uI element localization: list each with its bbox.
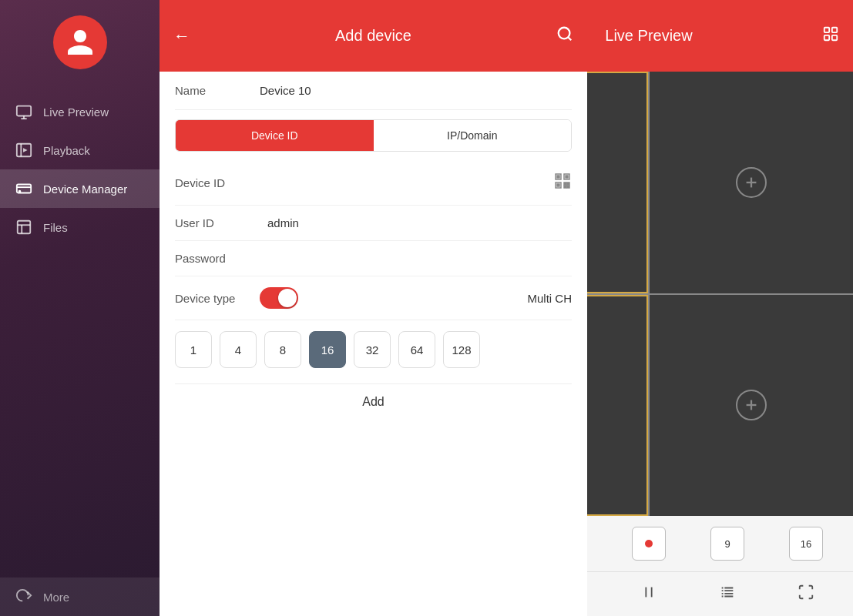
layout-btn-9[interactable]: 9 xyxy=(710,527,744,561)
sidebar-item-live-preview[interactable]: Live Preview xyxy=(0,92,160,131)
svg-marker-5 xyxy=(23,148,28,152)
svg-rect-21 xyxy=(557,176,559,178)
pause-button[interactable] xyxy=(635,578,663,606)
sidebar-item-more[interactable]: More xyxy=(0,578,160,616)
user-id-row: User ID xyxy=(175,206,572,241)
password-label: Password xyxy=(175,252,260,265)
svg-rect-27 xyxy=(564,186,566,188)
svg-rect-9 xyxy=(18,221,31,234)
add-device-panel: ← Add device Name Device 10 Device ID IP… xyxy=(160,0,587,616)
sidebar-label-device-manager: Device Manager xyxy=(43,182,127,196)
device-id-input[interactable] xyxy=(267,176,546,189)
svg-rect-26 xyxy=(567,182,569,185)
name-value: Device 10 xyxy=(260,84,311,97)
sidebar-item-device-manager[interactable]: Device Manager xyxy=(0,169,160,208)
lp-cell-2[interactable] xyxy=(650,72,853,293)
device-type-row: Device type Multi CH xyxy=(175,276,572,320)
svg-rect-35 xyxy=(824,35,829,39)
sidebar-item-playback[interactable]: Playback xyxy=(0,131,160,169)
lp-grid-icon[interactable] xyxy=(822,25,839,47)
tab-device-id[interactable]: Device ID xyxy=(176,120,374,151)
channel-buttons: 1 4 8 16 32 64 128 xyxy=(175,320,572,379)
user-id-input[interactable] xyxy=(267,216,572,229)
live-preview-title: Live Preview xyxy=(605,27,692,45)
add-button[interactable]: Add xyxy=(362,395,384,409)
ch-btn-4[interactable]: 4 xyxy=(220,331,257,368)
sidebar-label-files: Files xyxy=(43,221,68,234)
layout-btn-dot[interactable] xyxy=(632,527,666,561)
svg-rect-36 xyxy=(832,35,837,39)
layout-btn-16[interactable]: 16 xyxy=(789,527,823,561)
multi-ch-label: Multi CH xyxy=(527,292,572,305)
layout-grid-button[interactable] xyxy=(714,578,741,606)
layout-9-label: 9 xyxy=(724,538,730,550)
red-dot xyxy=(645,540,653,547)
add-device-title: Add device xyxy=(335,27,411,45)
ch-btn-128[interactable]: 128 xyxy=(443,331,480,368)
name-label: Name xyxy=(175,84,260,97)
svg-point-8 xyxy=(19,191,21,192)
password-row: Password xyxy=(175,241,572,276)
add-device-header: ← Add device xyxy=(160,0,587,72)
back-button[interactable]: ← xyxy=(173,26,190,46)
user-id-label: User ID xyxy=(175,216,260,229)
ch-btn-32[interactable]: 32 xyxy=(354,331,391,368)
ch-btn-64[interactable]: 64 xyxy=(398,331,435,368)
svg-rect-0 xyxy=(17,106,31,116)
fullscreen-button[interactable] xyxy=(792,578,820,606)
device-id-row: Device ID xyxy=(175,161,572,206)
sidebar: Live Preview Playback Device Manager Fil… xyxy=(0,0,160,616)
ch-btn-1[interactable]: 1 xyxy=(175,331,212,368)
qr-code-icon[interactable] xyxy=(553,172,572,194)
svg-rect-25 xyxy=(564,182,566,185)
device-type-label: Device type xyxy=(175,292,260,305)
divider xyxy=(175,383,572,384)
password-input[interactable] xyxy=(267,252,572,265)
tab-ip-domain[interactable]: IP/Domain xyxy=(374,120,572,151)
sidebar-label-live-preview: Live Preview xyxy=(43,105,109,119)
sidebar-label-more: More xyxy=(43,591,69,604)
search-icon[interactable] xyxy=(556,25,573,47)
svg-rect-33 xyxy=(824,27,829,32)
ch-btn-8[interactable]: 8 xyxy=(264,331,301,368)
svg-line-17 xyxy=(568,37,571,40)
add-btn-row: Add xyxy=(175,389,572,415)
sidebar-item-files[interactable]: Files xyxy=(0,208,160,246)
sidebar-label-playback: Playback xyxy=(43,144,90,157)
ch-btn-16[interactable]: 16 xyxy=(309,331,346,368)
layout-16-label: 16 xyxy=(801,538,811,550)
svg-rect-22 xyxy=(566,176,568,178)
svg-point-16 xyxy=(559,27,570,38)
svg-rect-28 xyxy=(567,186,569,188)
add-camera-4 xyxy=(736,390,767,420)
device-id-label: Device ID xyxy=(175,176,260,189)
name-row: Name Device 10 xyxy=(175,72,572,110)
tab-row: Device ID IP/Domain xyxy=(175,119,572,152)
lp-cell-4[interactable] xyxy=(650,295,853,517)
svg-rect-34 xyxy=(832,27,837,32)
svg-rect-23 xyxy=(557,184,559,186)
toggle-knob xyxy=(278,289,297,307)
avatar[interactable] xyxy=(53,15,107,69)
add-device-content: Name Device 10 Device ID IP/Domain Devic… xyxy=(160,72,587,616)
add-camera-2 xyxy=(736,167,767,198)
device-type-toggle[interactable] xyxy=(260,287,298,309)
